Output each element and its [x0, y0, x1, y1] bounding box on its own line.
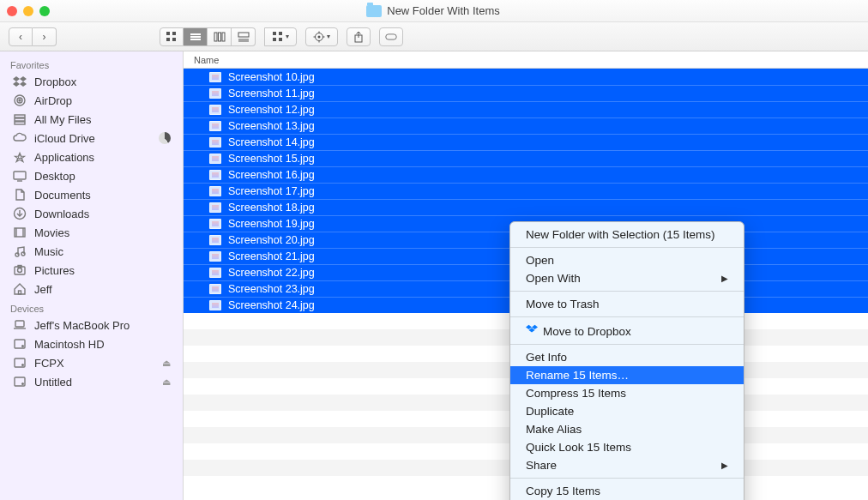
tags-button[interactable]: [379, 27, 403, 46]
sidebar-item-applications[interactable]: AApplications: [0, 148, 183, 166]
svg-rect-26: [15, 115, 25, 117]
sidebar-item-label: Jeff: [34, 283, 52, 296]
file-row[interactable]: Screenshot 18.jpg: [184, 199, 868, 215]
sidebar-item-fcpx[interactable]: FCPX⏏: [0, 353, 183, 372]
menu-item-new-folder-with-selection-items[interactable]: New Folder with Selection (15 Items): [510, 226, 744, 244]
menu-item-open[interactable]: Open: [510, 251, 744, 269]
sidebar-item-movies[interactable]: Movies: [0, 223, 183, 242]
svg-point-25: [19, 99, 21, 101]
view-icon-button[interactable]: [160, 27, 184, 46]
file-name: Screenshot 23.jpg: [228, 283, 315, 295]
back-button[interactable]: ‹: [9, 27, 33, 46]
action-button[interactable]: ▾: [305, 27, 338, 46]
minimize-button[interactable]: [23, 6, 33, 16]
sidebar-item-label: iCloud Drive: [34, 132, 95, 145]
menu-item-compress-items[interactable]: Compress 15 Items: [510, 384, 744, 402]
svg-point-50: [22, 383, 24, 385]
allmyfiles-icon: [12, 112, 27, 126]
sidebar-item-macintosh-hd[interactable]: Macintosh HD: [0, 334, 183, 353]
file-name: Screenshot 18.jpg: [228, 202, 315, 214]
file-row[interactable]: Screenshot 13.jpg: [184, 117, 868, 134]
eject-icon[interactable]: ⏏: [162, 358, 171, 369]
content-area: Name Screenshot 10.jpgScreenshot 11.jpgS…: [184, 51, 868, 500]
menu-separator: [510, 316, 744, 317]
file-row[interactable]: Screenshot 15.jpg: [184, 150, 868, 166]
sidebar-item-downloads[interactable]: Downloads: [0, 204, 183, 223]
file-row[interactable]: Screenshot 14.jpg: [184, 134, 868, 150]
view-list-button[interactable]: [184, 27, 208, 46]
menu-item-move-to-dropbox[interactable]: Move to Dropbox: [510, 321, 744, 340]
sidebar-item-documents[interactable]: Documents: [0, 185, 183, 204]
menu-item-rename-items[interactable]: Rename 15 Items…: [510, 366, 744, 384]
menu-item-quick-look-items[interactable]: Quick Look 15 Items: [510, 438, 744, 456]
submenu-arrow-icon: ▶: [721, 461, 728, 470]
file-row[interactable]: Screenshot 16.jpg: [184, 166, 868, 183]
traffic-lights: [7, 6, 50, 16]
file-row[interactable]: Screenshot 10.jpg: [184, 69, 868, 85]
downloads-icon: [12, 207, 27, 220]
menu-item-move-to-trash[interactable]: Move to Trash: [510, 295, 744, 313]
sidebar-item-untitled[interactable]: Untitled⏏: [0, 372, 183, 391]
svg-point-38: [21, 252, 25, 256]
sidebar-item-airdrop[interactable]: AirDrop: [0, 91, 183, 110]
file-name: Screenshot 19.jpg: [228, 218, 315, 230]
view-coverflow-button[interactable]: [232, 27, 256, 46]
file-thumbnail-icon: [209, 251, 221, 262]
sidebar-item-label: Documents: [34, 189, 91, 202]
sidebar-item-label: Untitled: [34, 376, 72, 389]
eject-icon[interactable]: ⏏: [162, 377, 171, 388]
menu-item-copy-items[interactable]: Copy 15 Items: [510, 482, 744, 500]
file-name: Screenshot 24.jpg: [228, 299, 315, 311]
sidebar-item-music[interactable]: Music: [0, 242, 183, 261]
file-thumbnail-icon: [209, 186, 221, 196]
sidebar-item-jeff-s-macbook-pro[interactable]: Jeff's MacBook Pro: [0, 316, 183, 334]
context-menu: New Folder with Selection (15 Items)Open…: [509, 221, 744, 500]
menu-item-get-info[interactable]: Get Info: [510, 348, 744, 366]
file-row[interactable]: Screenshot 12.jpg: [184, 101, 868, 117]
sidebar-item-all-my-files[interactable]: All My Files: [0, 110, 183, 129]
svg-text:A: A: [17, 153, 23, 162]
file-thumbnail-icon: [209, 268, 221, 278]
menu-item-make-alias[interactable]: Make Alias: [510, 420, 744, 438]
sidebar-item-label: Movies: [34, 226, 69, 239]
menu-item-label: Make Alias: [526, 423, 582, 436]
sidebar-item-label: Macintosh HD: [34, 338, 105, 351]
close-button[interactable]: [7, 6, 17, 16]
file-thumbnail-icon: [209, 219, 221, 229]
file-name: Screenshot 11.jpg: [228, 87, 315, 99]
sidebar: FavoritesDropboxAirDropAll My FilesiClou…: [0, 51, 184, 500]
view-column-button[interactable]: [208, 27, 232, 46]
menu-separator: [510, 344, 744, 345]
sidebar-item-pictures[interactable]: Pictures: [0, 261, 183, 280]
sidebar-item-dropbox[interactable]: Dropbox: [0, 72, 183, 91]
sidebar-item-desktop[interactable]: Desktop: [0, 166, 183, 185]
svg-rect-1: [172, 32, 176, 35]
sidebar-item-label: Music: [34, 245, 63, 258]
forward-button[interactable]: ›: [33, 27, 57, 46]
svg-rect-43: [15, 321, 24, 327]
arrange-button[interactable]: ▾: [264, 27, 297, 46]
file-name: Screenshot 20.jpg: [228, 234, 315, 246]
movies-icon: [12, 226, 27, 239]
menu-item-label: Copy 15 Items: [526, 485, 600, 497]
sidebar-item-icloud-drive[interactable]: iCloud Drive: [0, 129, 183, 148]
maximize-button[interactable]: [39, 6, 50, 16]
sidebar-item-label: Applications: [34, 151, 94, 164]
dropbox-icon: [526, 323, 538, 335]
column-header-name[interactable]: Name: [184, 51, 868, 69]
file-name: Screenshot 16.jpg: [228, 169, 315, 181]
sidebar-item-jeff[interactable]: Jeff: [0, 280, 183, 298]
menu-item-open-with[interactable]: Open With▶: [510, 269, 744, 287]
menu-item-label: Get Info: [526, 351, 567, 364]
file-thumbnail-icon: [209, 170, 221, 180]
share-button[interactable]: [347, 27, 371, 46]
file-name: Screenshot 12.jpg: [228, 104, 315, 116]
menu-item-duplicate[interactable]: Duplicate: [510, 402, 744, 420]
folder-icon: [366, 5, 382, 17]
icloud-usage-icon: [159, 132, 171, 144]
file-row[interactable]: Screenshot 17.jpg: [184, 183, 868, 199]
file-thumbnail-icon: [209, 105, 221, 115]
menu-item-share[interactable]: Share▶: [510, 456, 744, 474]
file-row[interactable]: Screenshot 11.jpg: [184, 85, 868, 101]
sidebar-item-label: FCPX: [34, 357, 64, 370]
